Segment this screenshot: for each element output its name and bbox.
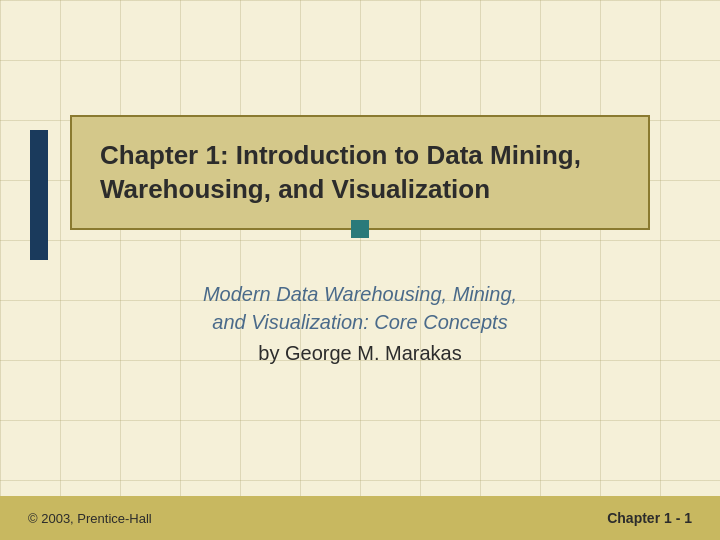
subtitle-author: by George M. Marakas: [203, 342, 517, 365]
footer-chapter-ref: Chapter 1 - 1: [607, 510, 692, 526]
subtitle-line1: Modern Data Warehousing, Mining, and Vis…: [203, 280, 517, 336]
grid-background: [0, 0, 720, 540]
slide: Chapter 1: Introduction to Data Mining, …: [0, 0, 720, 540]
footer-copyright: © 2003, Prentice-Hall: [28, 511, 152, 526]
slide-title: Chapter 1: Introduction to Data Mining, …: [100, 139, 620, 207]
teal-accent-square: [351, 220, 369, 238]
footer-bar: © 2003, Prentice-Hall Chapter 1 - 1: [0, 496, 720, 540]
subtitle-area: Modern Data Warehousing, Mining, and Vis…: [203, 280, 517, 365]
title-box: Chapter 1: Introduction to Data Mining, …: [70, 115, 650, 231]
left-accent-bar: [30, 130, 48, 260]
